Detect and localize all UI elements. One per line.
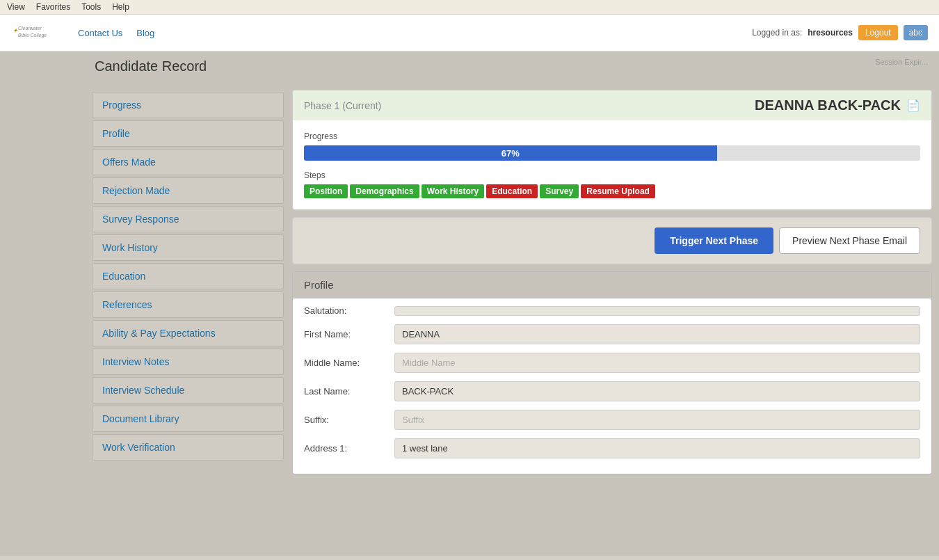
nav-item-profile[interactable]: Profile <box>92 120 284 147</box>
steps-label: Steps <box>304 170 920 180</box>
profile-row-2: Middle Name:Middle Name <box>304 353 920 373</box>
step-badge-survey: Survey <box>540 184 579 198</box>
profile-row-1: First Name:DEANNA <box>304 324 920 344</box>
phase-header: Phase 1 (Current) DEANNA BACK-PACK 📄 <box>293 90 931 120</box>
phase-title: Phase 1 (Current) <box>304 100 381 111</box>
field-value-0[interactable] <box>394 306 920 316</box>
svg-text:✦: ✦ <box>13 27 18 34</box>
field-value-5[interactable]: 1 west lane <box>394 438 920 458</box>
progress-bar-container: 67% <box>304 145 920 161</box>
progress-bar-fill: 67% <box>304 145 717 161</box>
menu-help[interactable]: Help <box>112 2 129 12</box>
profile-row-0: Salutation: <box>304 305 920 316</box>
nav-item-progress[interactable]: Progress <box>92 92 284 118</box>
steps-list: PositionDemographicsWork HistoryEducatio… <box>304 184 920 198</box>
progress-text: 67% <box>501 148 520 159</box>
nav-blog[interactable]: Blog <box>136 28 154 38</box>
nav-contact-us[interactable]: Contact Us <box>78 28 122 38</box>
field-value-3[interactable]: BACK-PACK <box>394 381 920 401</box>
field-value-1[interactable]: DEANNA <box>394 324 920 344</box>
nav-item-ability---pay-expectations[interactable]: Ability & Pay Expectations <box>92 320 284 346</box>
nav-item-offers-made[interactable]: Offers Made <box>92 149 284 175</box>
profile-row-4: Suffix:Suffix <box>304 410 920 430</box>
username-display: hresources <box>808 28 853 38</box>
profile-section-header: Profile <box>293 272 931 298</box>
phase-body: Progress 67% Steps PositionDemographicsW… <box>293 120 931 209</box>
browser-menu: View Favorites Tools Help <box>0 0 939 15</box>
nav-item-references[interactable]: References <box>92 291 284 318</box>
step-badge-position: Position <box>304 184 348 198</box>
page-header: Candidate Record <box>83 58 932 90</box>
field-label-0: Salutation: <box>304 305 394 316</box>
profile-row-5: Address 1:1 west lane <box>304 438 920 458</box>
main-container: Candidate Record ProgressProfileOffers M… <box>0 51 939 556</box>
nav-item-work-history[interactable]: Work History <box>92 234 284 261</box>
candidate-name-display: DEANNA BACK-PACK 📄 <box>755 97 920 113</box>
action-row: Trigger Next Phase Preview Next Phase Em… <box>292 217 932 264</box>
nav-items-container: ProgressProfileOffers MadeRejection Made… <box>88 92 288 461</box>
step-badge-resume-upload: Resume Upload <box>581 184 655 198</box>
logo-area: ✦ Clearwater Bible College Contact Us Bl… <box>11 20 154 45</box>
logout-button[interactable]: Logout <box>858 25 898 40</box>
field-label-5: Address 1: <box>304 443 394 454</box>
nav-item-work-verification[interactable]: Work Verification <box>92 434 284 461</box>
step-badge-work-history: Work History <box>422 184 484 198</box>
field-label-1: First Name: <box>304 329 394 339</box>
nav-item-interview-schedule[interactable]: Interview Schedule <box>92 377 284 403</box>
nav-item-document-library[interactable]: Document Library <box>92 406 284 432</box>
right-content: Phase 1 (Current) DEANNA BACK-PACK 📄 Pro… <box>292 90 932 474</box>
pdf-icon[interactable]: 📄 <box>906 99 920 112</box>
profile-body: Salutation:First Name:DEANNAMiddle Name:… <box>293 298 931 474</box>
step-badge-education: Education <box>486 184 538 198</box>
trigger-next-phase-button[interactable]: Trigger Next Phase <box>655 227 773 254</box>
field-label-4: Suffix: <box>304 415 394 425</box>
field-value-2[interactable]: Middle Name <box>394 353 920 373</box>
cr-layout: ProgressProfileOffers MadeRejection Made… <box>83 90 932 474</box>
nav-item-rejection-made[interactable]: Rejection Made <box>92 177 284 204</box>
svg-text:Bible College: Bible College <box>18 33 47 38</box>
field-label-2: Middle Name: <box>304 358 394 368</box>
phase-card: Phase 1 (Current) DEANNA BACK-PACK 📄 Pro… <box>292 90 932 210</box>
profile-card: Profile Salutation:First Name:DEANNAMidd… <box>292 271 932 474</box>
site-header: ✦ Clearwater Bible College Contact Us Bl… <box>0 15 939 51</box>
main-nav: Contact Us Blog <box>78 28 154 38</box>
progress-label: Progress <box>304 131 920 141</box>
svg-text:Clearwater: Clearwater <box>18 26 42 31</box>
step-badge-demographics: Demographics <box>350 184 419 198</box>
left-nav-column: ProgressProfileOffers MadeRejection Made… <box>83 90 292 474</box>
profile-row-3: Last Name:BACK-PACK <box>304 381 920 401</box>
page-title: Candidate Record <box>88 58 207 74</box>
nav-item-interview-notes[interactable]: Interview Notes <box>92 349 284 375</box>
abc-button[interactable]: abc <box>904 25 928 40</box>
menu-favorites[interactable]: Favorites <box>36 2 70 12</box>
field-label-3: Last Name: <box>304 386 394 397</box>
logo-icon: ✦ Clearwater Bible College <box>11 20 53 45</box>
menu-view[interactable]: View <box>7 2 25 12</box>
menu-tools[interactable]: Tools <box>81 2 101 12</box>
logged-in-label: Logged in as: <box>752 28 802 38</box>
nav-item-survey-response[interactable]: Survey Response <box>92 206 284 232</box>
field-value-4[interactable]: Suffix <box>394 410 920 430</box>
session-expiry: Session Expir... <box>875 58 928 66</box>
preview-next-phase-button[interactable]: Preview Next Phase Email <box>779 227 920 254</box>
nav-item-education[interactable]: Education <box>92 263 284 289</box>
header-right: Logged in as: hresources Logout abc <box>752 25 928 40</box>
